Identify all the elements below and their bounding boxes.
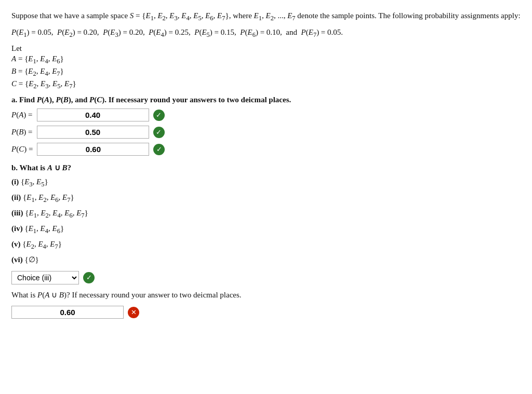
pa-check-icon: ✓ — [153, 110, 165, 121]
choice-iv: (iv) {E1, E4, E6} — [11, 222, 521, 236]
pc-label: P(C) = — [11, 145, 33, 154]
pb-check-icon: ✓ — [153, 127, 165, 138]
pb-row: P(B) = ✓ — [11, 126, 521, 139]
set-a-def: A = {E1, E4, E6} — [11, 55, 521, 65]
pa-row: P(A) = ✓ — [11, 108, 521, 121]
let-label: Let — [11, 44, 521, 53]
pa-input[interactable] — [37, 108, 149, 121]
part-a-label: a. Find P(A), P(B), and P(C). If necessa… — [11, 96, 521, 104]
part-b-label: b. What is A ∪ B? — [11, 163, 521, 172]
choice-ii: (ii) {E1, E2, E6, E7} — [11, 191, 521, 205]
choice-dropdown-row: Choice (i) Choice (ii) Choice (iii) Choi… — [11, 271, 521, 284]
pc-input[interactable] — [37, 143, 149, 156]
union-input[interactable] — [11, 306, 124, 319]
choice-iii: (iii) {E1, E2, E4, E6, E7} — [11, 207, 521, 221]
probability-assignments: P(E1) = 0.05, P(E2) = 0.20, P(E3) = 0.20… — [11, 26, 521, 40]
pc-check-icon: ✓ — [153, 144, 165, 155]
set-c-def: C = {E2, E3, E5, E7} — [11, 79, 521, 90]
sub-question-text: What is P(A ∪ B)? If necessary round you… — [11, 289, 521, 302]
pa-label: P(A) = — [11, 111, 33, 119]
pc-row: P(C) = ✓ — [11, 143, 521, 156]
union-answer-row: ✕ — [11, 306, 521, 319]
choice-check-icon: ✓ — [83, 272, 95, 283]
union-x-icon: ✕ — [128, 307, 139, 318]
pb-input[interactable] — [37, 126, 149, 139]
choice-i: (i) {E3, E5} — [11, 175, 521, 189]
choices-list: (i) {E3, E5} (ii) {E1, E2, E6, E7} (iii)… — [11, 175, 521, 266]
intro-text: Suppose that we have a sample space S = … — [11, 9, 521, 24]
part-a-letter: a. — [11, 96, 17, 104]
set-b-def: B = {E2, E4, E7} — [11, 67, 521, 78]
choice-v: (v) {E2, E4, E7} — [11, 238, 521, 252]
choice-vi: (vi) {∅} — [11, 253, 521, 266]
pb-label: P(B) = — [11, 128, 33, 137]
choice-select[interactable]: Choice (i) Choice (ii) Choice (iii) Choi… — [11, 271, 79, 284]
part-a-question: Find P(A), P(B), and P(C). If necessary … — [19, 96, 291, 104]
